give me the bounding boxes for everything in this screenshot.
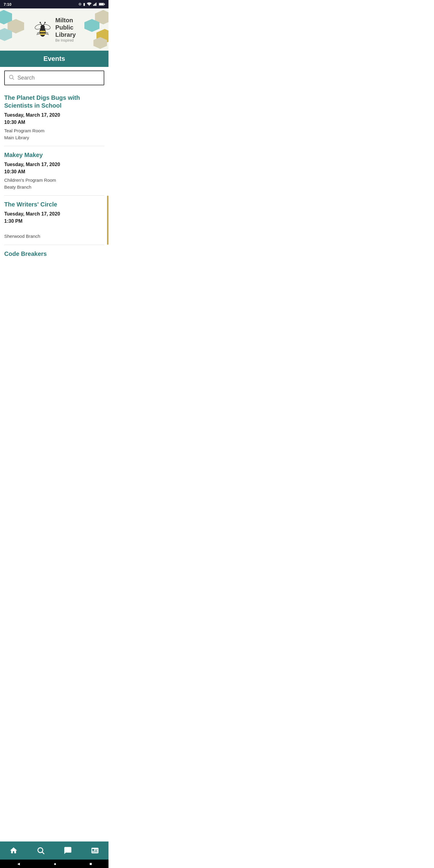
- svg-point-21: [9, 75, 13, 79]
- svg-line-22: [13, 79, 14, 80]
- status-time: 7:10: [4, 2, 11, 7]
- svg-line-18: [36, 33, 40, 35]
- event-date: Tuesday, March 17, 2020: [4, 113, 104, 118]
- event-date: Tuesday, March 17, 2020: [4, 211, 104, 217]
- svg-rect-2: [95, 3, 96, 6]
- svg-rect-0: [93, 5, 94, 6]
- logo-container: MiltonPublicLibrary Be Inspired: [33, 17, 76, 42]
- search-input[interactable]: [18, 75, 100, 81]
- search-container: [0, 67, 108, 89]
- event-room-empty: [4, 226, 104, 233]
- event-time: 10:30 AM: [4, 120, 104, 125]
- svg-rect-5: [99, 3, 104, 5]
- status-icons: ⚙ ▮: [79, 2, 105, 6]
- event-time: 10:30 AM: [4, 169, 104, 175]
- bee-logo: [33, 20, 53, 39]
- svg-rect-10: [40, 31, 45, 32]
- library-name-text: MiltonPublicLibrary: [56, 17, 76, 38]
- event-title: Makey Makey: [4, 151, 104, 159]
- svg-line-19: [45, 32, 48, 33]
- svg-line-15: [43, 23, 44, 25]
- library-tagline: Be Inspired: [56, 38, 76, 42]
- svg-line-20: [45, 33, 49, 35]
- event-item[interactable]: Code Breakers: [4, 245, 104, 262]
- svg-rect-11: [40, 33, 45, 35]
- events-list: The Planet Digs Bugs with Scientists in …: [0, 89, 108, 262]
- event-item[interactable]: The Planet Digs Bugs with Scientists in …: [4, 89, 104, 146]
- sim-icon: ▮: [83, 2, 85, 6]
- svg-point-16: [44, 22, 45, 23]
- event-location: Children's Program RoomBeaty Branch: [4, 177, 104, 190]
- event-item[interactable]: The Writers' Circle Tuesday, March 17, 2…: [4, 195, 104, 245]
- svg-rect-1: [94, 4, 95, 6]
- settings-icon: ⚙: [79, 2, 82, 6]
- event-location: Sherwood Branch: [4, 233, 104, 240]
- events-bar: Events: [0, 51, 108, 67]
- battery-icon: [99, 2, 105, 6]
- event-item[interactable]: Makey Makey Tuesday, March 17, 2020 10:3…: [4, 146, 104, 195]
- event-title: The Writers' Circle: [4, 200, 104, 208]
- content-wrapper: The Planet Digs Bugs with Scientists in …: [0, 67, 108, 289]
- svg-point-14: [39, 22, 41, 23]
- scroll-indicator: [107, 195, 108, 245]
- wifi-icon: [87, 2, 92, 6]
- event-date: Tuesday, March 17, 2020: [4, 162, 104, 167]
- event-title: The Planet Digs Bugs with Scientists in …: [4, 94, 104, 110]
- event-title: Code Breakers: [4, 250, 104, 258]
- search-icon: [8, 74, 14, 82]
- events-title: Events: [43, 55, 65, 62]
- status-bar: 7:10 ⚙ ▮: [0, 0, 108, 8]
- event-time: 1:30 PM: [4, 218, 104, 224]
- svg-rect-6: [104, 4, 105, 5]
- svg-point-12: [40, 25, 44, 29]
- header: MiltonPublicLibrary Be Inspired: [0, 8, 108, 51]
- svg-line-17: [37, 32, 39, 33]
- library-name-block: MiltonPublicLibrary Be Inspired: [56, 17, 76, 42]
- svg-line-13: [40, 23, 41, 25]
- event-location: Teal Program RoomMain Library: [4, 127, 104, 141]
- svg-rect-3: [96, 3, 96, 6]
- search-box[interactable]: [4, 70, 104, 85]
- signal-icon: [93, 2, 97, 6]
